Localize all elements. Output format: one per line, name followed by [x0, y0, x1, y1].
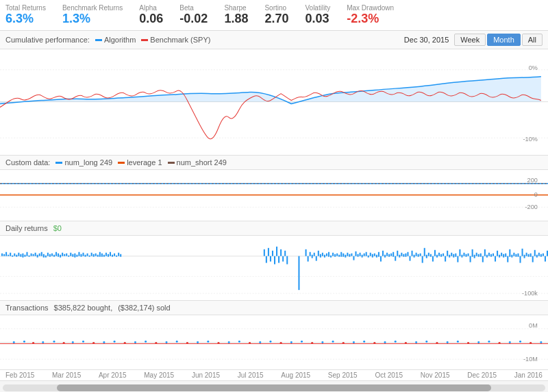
svg-rect-94 [324, 255, 325, 258]
svg-rect-46 [68, 256, 69, 257]
svg-rect-183 [509, 249, 510, 257]
metric-max-drawdown: Max Drawdown -2.3% [347, 4, 394, 26]
svg-rect-37 [49, 254, 51, 257]
metric-label-beta: Beta [179, 4, 208, 12]
x-axis: Feb 2015 Mar 2015 Apr 2015 May 2015 Jun … [0, 370, 548, 381]
period-btn-group: Week Month All [454, 34, 543, 46]
svg-rect-51 [78, 252, 79, 256]
metric-label-max-drawdown: Max Drawdown [347, 4, 394, 12]
svg-rect-116 [370, 253, 371, 256]
svg-rect-146 [432, 256, 434, 262]
scrollbar-track[interactable] [3, 384, 545, 391]
svg-rect-75 [270, 256, 271, 262]
svg-point-237 [321, 341, 323, 343]
svg-rect-34 [43, 254, 45, 258]
svg-rect-151 [443, 254, 444, 256]
svg-rect-124 [386, 253, 388, 256]
svg-rect-26 [26, 252, 27, 256]
svg-rect-153 [447, 251, 448, 256]
svg-rect-185 [513, 253, 514, 256]
metric-total-returns: Total Returns 6.3% [5, 4, 46, 26]
custom-chart: 200 0 -200 [0, 170, 548, 221]
svg-rect-158 [457, 256, 458, 262]
svg-point-256 [519, 341, 521, 343]
svg-rect-71 [120, 254, 121, 257]
svg-point-232 [269, 341, 271, 343]
svg-rect-62 [101, 254, 103, 257]
svg-rect-39 [53, 255, 55, 257]
svg-rect-168 [478, 254, 480, 257]
svg-rect-175 [493, 254, 494, 256]
scrollbar-thumb[interactable] [57, 384, 491, 391]
svg-point-238 [332, 341, 334, 343]
period-week-button[interactable]: Week [454, 34, 486, 46]
transactions-chart: 0M -10M [0, 315, 548, 370]
metric-value-volatility: 0.03 [305, 12, 329, 25]
algorithm-legend-dot [95, 39, 102, 41]
svg-rect-143 [426, 255, 427, 258]
x-axis-may: May 2015 [144, 371, 174, 379]
svg-rect-106 [349, 254, 350, 257]
svg-point-255 [509, 341, 511, 343]
svg-point-251 [467, 342, 469, 344]
returns-title-group: Daily returns $0 [5, 224, 62, 232]
svg-rect-190 [524, 255, 525, 258]
metric-value-sortino: 2.70 [264, 12, 288, 25]
svg-point-250 [457, 341, 459, 343]
period-month-button[interactable]: Month [487, 34, 521, 46]
svg-rect-115 [368, 256, 369, 258]
svg-rect-16 [5, 252, 7, 256]
metric-label-alpha: Alpha [139, 4, 163, 12]
metric-benchmark-returns: Benchmark Returns 1.3% [62, 4, 123, 26]
svg-text:-200: -200 [525, 204, 538, 210]
svg-rect-197 [538, 253, 540, 256]
svg-rect-129 [397, 251, 398, 256]
svg-rect-173 [488, 253, 490, 256]
x-axis-dec: Dec 2015 [467, 371, 497, 379]
svg-rect-125 [388, 254, 390, 257]
perf-section-header: Cumulative performance: Algorithm Benchm… [0, 31, 548, 49]
returns-section-header: Daily returns $0 [0, 221, 548, 236]
svg-rect-45 [66, 254, 67, 256]
svg-point-221 [155, 342, 157, 344]
svg-rect-14 [1, 254, 3, 256]
svg-rect-102 [340, 252, 342, 257]
svg-rect-154 [449, 255, 450, 258]
svg-point-224 [186, 342, 188, 344]
svg-point-233 [280, 342, 282, 344]
svg-rect-78 [276, 247, 277, 256]
svg-point-208 [23, 341, 25, 343]
svg-rect-93 [322, 253, 323, 256]
x-axis-apr: Apr 2015 [99, 371, 127, 379]
metric-value-sharpe: 1.88 [224, 12, 248, 25]
svg-rect-89 [314, 253, 315, 256]
svg-point-243 [384, 341, 386, 343]
svg-rect-141 [422, 256, 423, 263]
period-all-button[interactable]: All [522, 34, 543, 46]
svg-rect-90 [316, 256, 317, 261]
svg-point-242 [373, 342, 375, 344]
leverage-label: leverage 1 [127, 158, 162, 167]
svg-point-239 [342, 342, 345, 344]
metric-value-total-returns: 6.3% [5, 12, 34, 25]
svg-rect-19 [12, 256, 13, 257]
svg-rect-192 [528, 254, 530, 257]
svg-rect-21 [16, 255, 17, 257]
svg-rect-38 [51, 254, 53, 256]
benchmark-legend-label: Benchmark (SPY) [150, 36, 210, 44]
svg-point-229 [238, 341, 240, 343]
svg-rect-100 [336, 254, 338, 256]
svg-rect-120 [378, 252, 379, 257]
svg-rect-163 [468, 254, 469, 256]
svg-rect-200 [545, 256, 546, 262]
metric-volatility: Volatility 0.03 [305, 4, 330, 26]
svg-point-235 [301, 341, 303, 343]
scrollbar-area[interactable] [0, 381, 548, 392]
svg-rect-88 [312, 255, 313, 258]
svg-rect-184 [511, 255, 512, 258]
svg-point-248 [436, 342, 438, 344]
perf-legend-benchmark: Benchmark (SPY) [141, 36, 210, 44]
svg-rect-107 [351, 254, 352, 256]
svg-rect-179 [501, 253, 502, 256]
svg-rect-47 [70, 253, 71, 256]
